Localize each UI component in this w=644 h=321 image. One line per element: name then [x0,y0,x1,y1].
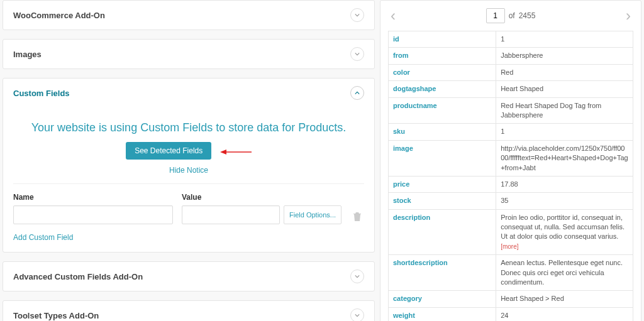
chevron-down-icon[interactable] [350,8,364,22]
trash-icon[interactable] [353,213,362,224]
panel-title: Advanced Custom Fields Add-On [13,272,143,281]
see-detected-fields-button[interactable]: See Detected Fields [126,142,211,160]
record-key: sku [389,124,496,140]
record-key: id [389,31,496,48]
record-key: price [389,176,496,192]
chevron-down-icon[interactable] [350,47,364,61]
name-input[interactable] [13,205,173,224]
panel-images[interactable]: Images [3,39,375,69]
value-label: Value [182,193,341,202]
pager-page-input[interactable] [486,8,505,23]
record-value: Proin leo odio, porttitor id, consequat … [496,209,633,255]
table-row: imagehttp://via.placeholder.com/1250x750… [389,140,633,176]
table-row: dogtagshapeHeart Shaped [389,81,633,97]
panel-toolset[interactable]: Toolset Types Add-On [3,300,375,321]
chevron-down-icon[interactable] [350,308,364,321]
custom-fields-notice: Your website is using Custom Fields to s… [13,121,364,134]
table-row: price17.88 [389,176,633,192]
panel-title: Custom Fields [13,89,70,98]
record-value: Heart Shaped [496,81,633,97]
table-row: sku1 [389,124,633,140]
record-value: 1 [496,31,633,48]
record-key: image [389,140,496,176]
table-row: shortdescriptionAenean lectus. Pellentes… [389,255,633,291]
pager-total: 2455 [519,11,536,20]
record-value: Red [496,64,633,80]
table-row: categoryHeart Shaped > Red [389,291,633,307]
record-key: description [389,209,496,255]
record-value: 35 [496,193,633,209]
record-value: 17.88 [496,176,633,192]
record-key: productname [389,97,496,124]
table-row: colorRed [389,64,633,80]
record-value: Heart Shaped > Red [496,291,633,307]
chevron-down-icon[interactable] [350,269,364,283]
panel-title: Toolset Types Add-On [13,311,99,320]
record-table: id1 fromJabbersphere colorRed dogtagshap… [388,31,633,321]
record-key: dogtagshape [389,81,496,97]
add-custom-field-link[interactable]: Add Custom Field [13,233,73,242]
pager: ‹ of 2455 › [388,7,633,24]
record-key: stock [389,193,496,209]
record-value: Jabbersphere [496,48,633,64]
table-row: productnameRed Heart Shaped Dog Tag from… [389,97,633,124]
panel-acf[interactable]: Advanced Custom Fields Add-On [3,261,375,291]
field-options-button[interactable]: Field Options... [284,205,341,224]
record-value: http://via.placeholder.com/1250x750/ff00… [496,140,633,176]
chevron-up-icon[interactable] [350,86,364,100]
record-value: 1 [496,124,633,140]
record-value: Red Heart Shaped Dog Tag from Jabbersphe… [496,97,633,124]
divider [13,183,364,184]
panel-header[interactable]: Custom Fields [3,79,374,107]
record-key: shortdescription [389,255,496,291]
panel-custom-fields: Custom Fields Your website is using Cust… [3,78,375,253]
record-value: Aenean lectus. Pellentesque eget nunc. D… [496,255,633,291]
table-row: fromJabbersphere [389,48,633,64]
more-link[interactable]: [more] [501,243,518,250]
table-row: descriptionProin leo odio, porttitor id,… [389,209,633,255]
record-value: 24 [496,307,633,321]
svg-marker-1 [220,150,226,155]
panel-title: WooCommerce Add-On [13,11,105,20]
record-key: category [389,291,496,307]
pager-of-label: of [509,11,515,20]
table-row: weight24 [389,307,633,321]
record-key: color [389,64,496,80]
record-key: weight [389,307,496,321]
preview-panel: ‹ of 2455 › id1 fromJabbersphere colorRe… [380,0,641,321]
table-row: stock35 [389,193,633,209]
pager-next-button[interactable]: › [623,7,633,24]
pager-prev-button[interactable]: ‹ [388,7,398,24]
table-row: id1 [389,31,633,48]
name-label: Name [13,193,173,202]
value-input[interactable] [182,205,280,224]
panel-woocommerce[interactable]: WooCommerce Add-On [3,0,375,30]
panel-title: Images [13,50,42,59]
record-key: from [389,48,496,64]
arrow-annotation-icon [220,146,252,156]
hide-notice-link[interactable]: Hide Notice [13,166,364,175]
